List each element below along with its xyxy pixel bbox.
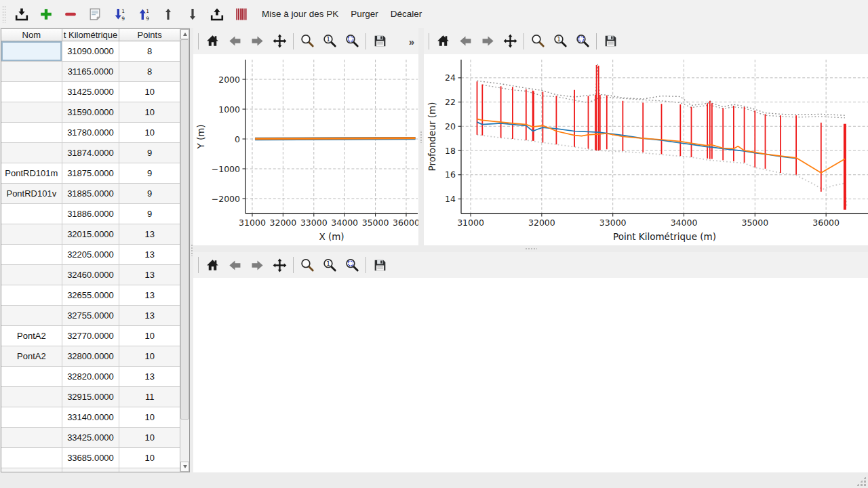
table-cell[interactable] bbox=[1, 41, 62, 62]
zoom-one-button[interactable]: 1 bbox=[551, 33, 569, 50]
table-cell[interactable]: 32770.0000 bbox=[62, 326, 120, 346]
pan-button[interactable] bbox=[501, 33, 519, 50]
home-button[interactable] bbox=[203, 33, 221, 50]
table-cell[interactable] bbox=[1, 367, 62, 387]
save-button[interactable] bbox=[371, 256, 389, 274]
column-header-points[interactable]: Points bbox=[119, 29, 180, 41]
table-cell[interactable]: 32915.0000 bbox=[62, 387, 120, 407]
maj-pk-button[interactable]: Mise à jour des PK bbox=[260, 6, 340, 22]
scroll-up-button[interactable] bbox=[180, 29, 189, 39]
table-cell[interactable]: 31165.0000 bbox=[62, 62, 120, 82]
table-cell[interactable]: PontRD101v bbox=[1, 184, 62, 204]
table-cell[interactable]: 10 bbox=[119, 407, 180, 428]
save-button[interactable] bbox=[601, 33, 619, 50]
sort-descending-button[interactable]: 19 bbox=[110, 5, 129, 24]
back-button[interactable] bbox=[226, 256, 243, 274]
table-cell[interactable]: 10 bbox=[119, 102, 180, 123]
table-cell[interactable]: 31875.0000 bbox=[62, 163, 120, 184]
bottom-plot-canvas[interactable] bbox=[193, 278, 868, 472]
scroll-down-button[interactable] bbox=[180, 462, 189, 472]
table-cell[interactable]: 32755.0000 bbox=[62, 306, 120, 326]
home-button[interactable] bbox=[434, 33, 452, 50]
decaler-button[interactable]: Décaler bbox=[389, 6, 424, 22]
table-cell[interactable]: 32655.0000 bbox=[62, 285, 120, 306]
scrollbar-thumb[interactable] bbox=[180, 39, 189, 420]
pan-button[interactable] bbox=[271, 33, 288, 50]
import-button[interactable] bbox=[12, 5, 31, 24]
table-cell[interactable]: 9 bbox=[119, 184, 180, 204]
table-cell[interactable]: 10 bbox=[119, 346, 180, 367]
save-button[interactable] bbox=[371, 33, 389, 50]
profiles-button[interactable] bbox=[232, 5, 251, 24]
table-cell[interactable]: 10 bbox=[119, 123, 180, 143]
table-cell[interactable] bbox=[1, 245, 62, 265]
splitter-horizontal[interactable] bbox=[193, 245, 868, 252]
table-cell[interactable]: 31590.0000 bbox=[62, 102, 120, 123]
table-cell[interactable]: 9 bbox=[119, 143, 180, 163]
table-cell[interactable]: 9 bbox=[119, 163, 180, 184]
table-cell[interactable]: PontA2 bbox=[1, 346, 62, 367]
add-row-button[interactable] bbox=[37, 5, 56, 24]
home-button[interactable] bbox=[203, 256, 221, 274]
table-cell[interactable]: 13 bbox=[119, 285, 180, 306]
table-cell[interactable]: 10 bbox=[119, 326, 180, 346]
table-cell[interactable]: 13 bbox=[119, 265, 180, 285]
table-cell[interactable]: 31090.0000 bbox=[62, 41, 120, 62]
toolbar-drag-handle[interactable] bbox=[2, 5, 7, 23]
table-cell[interactable]: 10 bbox=[119, 448, 180, 468]
table-cell[interactable] bbox=[1, 285, 62, 306]
table-cell[interactable]: 13 bbox=[119, 224, 180, 245]
table-cell[interactable]: 9 bbox=[119, 204, 180, 224]
zoom-button[interactable] bbox=[529, 33, 547, 50]
table-cell[interactable]: 31780.0000 bbox=[62, 123, 120, 143]
table-cell[interactable]: 13 bbox=[119, 245, 180, 265]
table-cell[interactable]: 8 bbox=[119, 62, 180, 82]
table-scrollbar[interactable] bbox=[180, 29, 189, 472]
table-cell[interactable]: 32800.0000 bbox=[62, 346, 120, 367]
table-cell[interactable]: 32460.0000 bbox=[62, 265, 120, 285]
table-cell[interactable]: 31886.0000 bbox=[62, 204, 120, 224]
table-cell[interactable] bbox=[1, 265, 62, 285]
zoom-one-button[interactable]: 1 bbox=[321, 33, 338, 50]
table-cell[interactable]: 32205.0000 bbox=[62, 245, 120, 265]
zoom-one-button[interactable]: 1 bbox=[321, 256, 338, 274]
move-down-button[interactable] bbox=[183, 5, 202, 24]
splitter-between-plots[interactable] bbox=[418, 28, 424, 245]
table-cell[interactable]: PontA2 bbox=[1, 326, 62, 346]
table-cell[interactable] bbox=[1, 448, 62, 468]
table-cell[interactable]: 32820.0000 bbox=[62, 367, 120, 387]
profile-plot-canvas[interactable]: 3100032000330003400035000360001416182022… bbox=[424, 54, 868, 245]
remove-row-button[interactable] bbox=[61, 5, 80, 24]
table-cell[interactable] bbox=[1, 224, 62, 245]
resize-grip[interactable] bbox=[856, 476, 866, 486]
zoom-button[interactable] bbox=[298, 256, 316, 274]
table-cell[interactable]: 32015.0000 bbox=[62, 224, 120, 245]
table-cell[interactable] bbox=[1, 143, 62, 163]
toolbar-overflow-button[interactable]: » bbox=[409, 35, 414, 47]
table-cell[interactable]: 13 bbox=[119, 306, 180, 326]
pan-button[interactable] bbox=[271, 256, 288, 274]
table-cell[interactable]: 10 bbox=[119, 428, 180, 448]
forward-button[interactable] bbox=[479, 33, 496, 50]
zoom-button[interactable] bbox=[298, 33, 316, 50]
forward-button[interactable] bbox=[248, 256, 266, 274]
purger-button[interactable]: Purger bbox=[349, 6, 380, 22]
zoom-rect-button[interactable] bbox=[574, 33, 591, 50]
table-cell[interactable] bbox=[1, 407, 62, 428]
table-cell[interactable] bbox=[1, 62, 62, 82]
column-header-pk[interactable]: t Kilométrique bbox=[62, 29, 120, 41]
table-cell[interactable]: PontRD101m bbox=[1, 163, 62, 184]
zoom-rect-button[interactable] bbox=[343, 33, 361, 50]
table-cell[interactable]: 31425.0000 bbox=[62, 82, 120, 102]
notes-button[interactable] bbox=[85, 5, 104, 24]
table-cell[interactable] bbox=[1, 82, 62, 102]
table-cell[interactable]: 33140.0000 bbox=[62, 407, 120, 428]
table-cell[interactable] bbox=[1, 123, 62, 143]
export-button[interactable] bbox=[208, 5, 226, 24]
table-cell[interactable] bbox=[1, 428, 62, 448]
table-cell[interactable]: 11 bbox=[119, 387, 180, 407]
table-cell[interactable]: 33685.0000 bbox=[62, 448, 120, 468]
table-cell[interactable]: 33425.0000 bbox=[62, 428, 120, 448]
table-cell[interactable]: 8 bbox=[119, 41, 180, 62]
table-cell[interactable] bbox=[1, 204, 62, 224]
